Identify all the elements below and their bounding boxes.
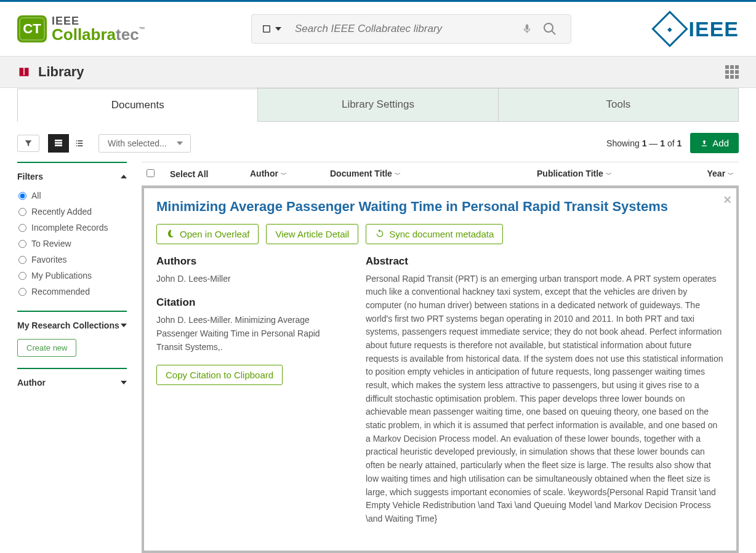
th-publication-title[interactable]: Publication Title ﹀	[537, 169, 685, 179]
authors-value: John D. Lees-Miller	[156, 273, 341, 286]
filter-recommended[interactable]: Recommended	[17, 284, 127, 300]
logo-collabratec[interactable]: CT IEEE Collabratec™	[17, 15, 239, 42]
citation-heading: Citation	[156, 296, 341, 309]
page-title: Library	[38, 64, 84, 80]
add-button[interactable]: Add	[690, 133, 739, 153]
search-category-dropdown[interactable]	[260, 23, 290, 34]
overleaf-icon	[166, 229, 175, 239]
mic-icon[interactable]	[517, 22, 537, 36]
list-view-button[interactable]	[69, 134, 90, 153]
view-article-detail-button[interactable]: View Article Detail	[266, 224, 358, 244]
library-book-icon	[17, 66, 31, 78]
collections-section: My Research Collections Create new	[17, 311, 127, 357]
filters-header[interactable]: Filters	[17, 169, 127, 188]
th-year[interactable]: Year ﹀	[697, 169, 734, 179]
tabs: Documents Library Settings Tools	[17, 88, 739, 122]
filter-recently-added[interactable]: Recently Added	[17, 204, 127, 220]
funnel-icon	[24, 139, 33, 148]
citation-value: John D. Lees-Miller. Minimizing Average …	[156, 314, 341, 354]
with-selected-dropdown[interactable]: With selected...	[99, 134, 191, 153]
ieee-logo[interactable]: ◆ IEEE	[657, 16, 739, 42]
sync-metadata-button[interactable]: Sync document metadata	[366, 224, 503, 244]
abstract-value: Personal Rapid Transit (PRT) is an emerg…	[366, 273, 724, 526]
select-all-label[interactable]: Select All	[170, 169, 238, 179]
view-toggle	[48, 134, 90, 153]
close-icon[interactable]: ×	[723, 192, 731, 208]
sync-icon	[375, 229, 385, 239]
chevron-down-icon	[121, 324, 127, 327]
grid-view-button[interactable]	[48, 134, 69, 153]
copy-citation-button[interactable]: Copy Citation to Clipboard	[156, 365, 283, 385]
document-title[interactable]: Minimizing Average Passenger Waiting Tim…	[156, 198, 724, 215]
select-all-checkbox[interactable]	[147, 169, 155, 177]
tab-documents[interactable]: Documents	[17, 89, 258, 122]
filter-incomplete[interactable]: Incomplete Records	[17, 220, 127, 236]
documents-area: Select All Author ﹀ Document Title ﹀ Pub…	[142, 162, 739, 553]
search-input[interactable]	[290, 23, 517, 35]
th-document-title[interactable]: Document Title ﹀	[330, 169, 525, 179]
subheader: Library	[0, 56, 756, 88]
list-icon	[74, 138, 85, 148]
open-in-overleaf-button[interactable]: Open in Overleaf	[156, 224, 259, 244]
upload-icon	[700, 139, 709, 148]
logo-badge-icon: CT	[17, 15, 47, 42]
collections-header[interactable]: My Research Collections	[17, 318, 127, 336]
tab-library-settings[interactable]: Library Settings	[257, 88, 498, 121]
ieee-diamond-icon: ◆	[651, 10, 688, 47]
sidebar: Filters All Recently Added Incomplete Re…	[17, 162, 127, 553]
search-bar	[251, 14, 571, 44]
showing-count: Showing 1 — 1 of 1	[606, 138, 682, 148]
tab-tools[interactable]: Tools	[498, 88, 739, 121]
author-filter-header[interactable]: Author	[17, 375, 127, 394]
table-icon	[53, 138, 64, 148]
ieee-logo-text: IEEE	[689, 17, 739, 41]
filter-to-review[interactable]: To Review	[17, 236, 127, 252]
book-icon	[260, 23, 273, 34]
toolbar: With selected... Showing 1 — 1 of 1 Add	[17, 122, 739, 162]
author-section: Author	[17, 368, 127, 394]
logo-collabratec-text: Collabratec™	[52, 26, 145, 42]
chevron-down-icon	[121, 381, 127, 384]
header: CT IEEE Collabratec™ ◆ IEEE	[0, 2, 756, 56]
authors-heading: Authors	[156, 255, 341, 268]
filter-my-publications[interactable]: My Publications	[17, 268, 127, 284]
create-collection-button[interactable]: Create new	[17, 339, 76, 357]
chevron-up-icon	[121, 175, 127, 178]
table-header: Select All Author ﹀ Document Title ﹀ Pub…	[142, 162, 739, 186]
abstract-heading: Abstract	[366, 255, 724, 268]
document-detail-panel: × Minimizing Average Passenger Waiting T…	[142, 186, 739, 553]
filter-favorites[interactable]: Favorites	[17, 252, 127, 268]
filters-section: Filters All Recently Added Incomplete Re…	[17, 162, 127, 300]
filter-toggle-button[interactable]	[17, 135, 39, 152]
th-author[interactable]: Author ﹀	[250, 169, 318, 179]
filter-all[interactable]: All	[17, 188, 127, 204]
search-icon[interactable]	[537, 22, 562, 36]
apps-grid-icon[interactable]	[725, 65, 739, 79]
